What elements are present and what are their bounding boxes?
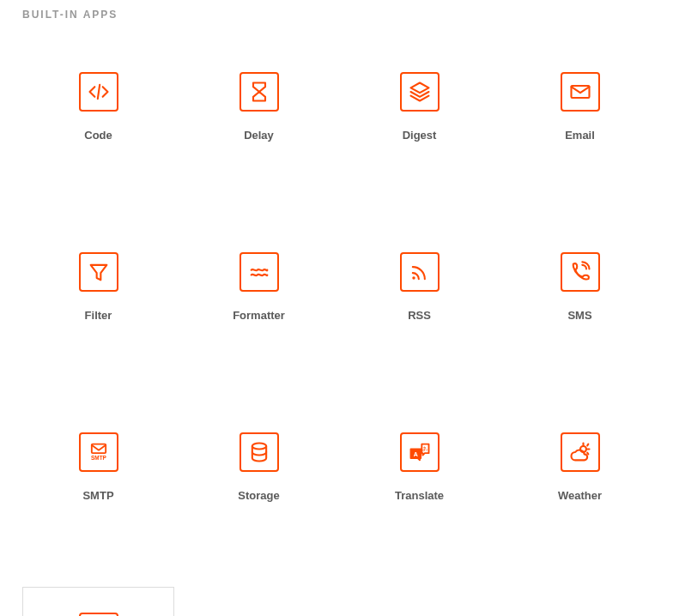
hourglass-icon [239, 72, 279, 112]
app-label: SMTP [82, 489, 113, 502]
section-header-built-in-apps: BUILT-IN APPS [22, 9, 656, 21]
app-label: Filter [85, 309, 112, 322]
svg-text:A: A [413, 450, 417, 456]
wave-icon [239, 252, 279, 292]
app-card-rss[interactable]: RSS [343, 226, 495, 347]
app-card-sms[interactable]: SMS [504, 226, 656, 347]
app-card-translate[interactable]: あA Translate [343, 407, 495, 527]
database-icon [239, 432, 279, 472]
app-label: Email [565, 129, 595, 142]
app-card-storage[interactable]: Storage [183, 407, 335, 527]
svg-line-13 [587, 452, 588, 454]
weather-icon [561, 432, 600, 472]
app-card-code[interactable]: Code [22, 46, 174, 166]
app-card-formatter[interactable]: Formatter [183, 226, 335, 347]
svg-point-6 [252, 443, 265, 449]
app-card-webhooks[interactable]: Webhooks [22, 587, 174, 616]
layers-icon [400, 72, 440, 112]
app-card-digest[interactable]: Digest [343, 46, 495, 166]
svg-line-11 [587, 444, 588, 445]
app-label: Storage [238, 489, 279, 502]
smtp-icon: SMTP [79, 432, 118, 472]
svg-text:SMTP: SMTP [91, 455, 107, 461]
app-label: Digest [403, 129, 437, 142]
funnel-icon [79, 252, 118, 292]
code-icon [79, 72, 118, 112]
app-card-email[interactable]: Email [504, 46, 656, 166]
translate-icon: あA [400, 432, 440, 472]
app-label: Delay [244, 129, 274, 142]
app-grid: Code Delay Digest Email [22, 46, 656, 616]
app-label: Translate [395, 489, 444, 502]
svg-line-0 [97, 84, 99, 98]
app-card-weather[interactable]: Weather [504, 407, 656, 527]
phone-icon [561, 252, 600, 292]
app-card-smtp[interactable]: SMTP SMTP [22, 407, 174, 527]
app-label: SMS [567, 309, 591, 322]
envelope-icon [561, 72, 600, 112]
app-card-filter[interactable]: Filter [22, 226, 174, 347]
app-label: RSS [408, 309, 431, 322]
svg-rect-4 [91, 444, 105, 453]
app-label: Weather [558, 489, 602, 502]
app-label: Code [84, 129, 112, 142]
svg-marker-1 [410, 82, 428, 93]
app-label: Formatter [233, 309, 285, 322]
webhooks-icon [79, 613, 118, 617]
app-card-delay[interactable]: Delay [183, 46, 335, 166]
rss-icon [400, 252, 440, 292]
svg-text:あ: あ [422, 446, 427, 452]
svg-point-3 [412, 276, 415, 280]
